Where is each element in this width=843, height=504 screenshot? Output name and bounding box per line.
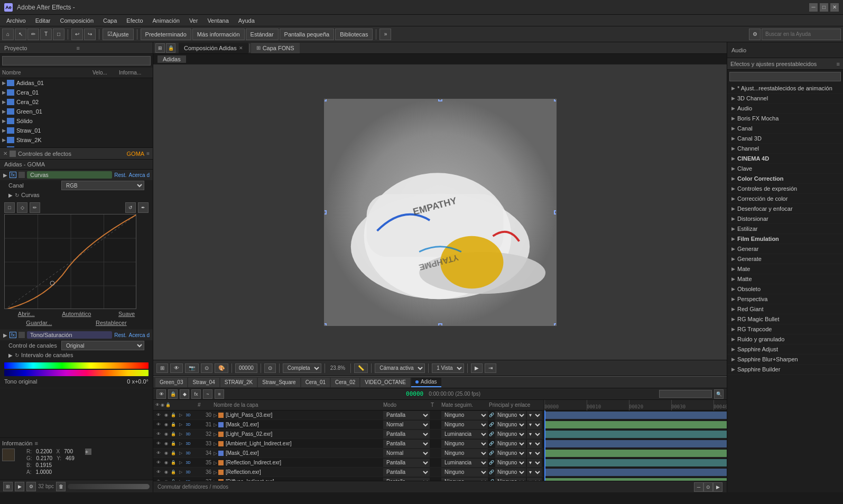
- tl-mate-select[interactable]: Ninguno: [441, 468, 488, 477]
- fx-curves-fx-badge[interactable]: fx: [10, 172, 16, 178]
- effects-category[interactable]: ▶ Ruido y granulado: [727, 334, 843, 344]
- tl-pe-select[interactable]: Ninguno: [495, 421, 526, 429]
- tl-lock-icon[interactable]: 🔒: [170, 422, 177, 428]
- effects-cat-item[interactable]: ▶ Channel: [727, 144, 843, 153]
- tl-mate-select[interactable]: Ninguno: [441, 411, 488, 419]
- tl-layer-row[interactable]: 👁 ◉ 🔒 ▷ 3D 31 ▷ [Mask_01.exr] Normal Ni: [153, 420, 544, 430]
- effects-category[interactable]: ▶ Color Correction: [727, 174, 843, 184]
- tl-layer-row[interactable]: 👁 ◉ 🔒 ▷ 3D 37 ▷ [Diffuse_Indirect.exr] P…: [153, 477, 544, 481]
- tl-pe-select[interactable]: Ninguno: [495, 449, 526, 458]
- project-item-straw_01[interactable]: ▶ Straw_01: [0, 126, 153, 135]
- timeline-tab-green-03[interactable]: Green_03: [155, 378, 187, 387]
- tl-pe-select[interactable]: Ninguno: [495, 459, 526, 467]
- effects-cat-item[interactable]: ▶ Canal 3D: [727, 134, 843, 143]
- project-item-cera_01[interactable]: ▶ Cera_01: [0, 88, 153, 97]
- effects-cat-item[interactable]: ▶ Audio: [727, 104, 843, 113]
- effects-search-input[interactable]: [729, 72, 841, 81]
- left-bottom-trash[interactable]: 🗑: [56, 482, 66, 491]
- effects-cat-item[interactable]: ▶ Generate: [727, 254, 843, 264]
- tl-expand-icon[interactable]: ▷: [214, 451, 217, 456]
- info-plus-icon[interactable]: +: [85, 449, 91, 455]
- tl-tool-lock[interactable]: 🔒: [168, 389, 178, 399]
- effects-category[interactable]: ▶ Obsoleto: [727, 284, 843, 294]
- comp-ctrl-snap[interactable]: ⊙: [264, 363, 276, 373]
- effects-category[interactable]: ▶ RG Trapcode: [727, 324, 843, 334]
- maximize-button[interactable]: □: [820, 3, 828, 12]
- fx-curve-reset-btn[interactable]: Restablecer: [96, 320, 127, 326]
- effects-cat-item[interactable]: ▶ CINEMA 4D: [727, 154, 843, 163]
- tl-lock-icon[interactable]: 🔒: [170, 431, 177, 437]
- project-item-green_01[interactable]: ▶ Green_01: [0, 107, 153, 116]
- help-search-input[interactable]: [762, 29, 841, 40]
- comp-ctrl-export[interactable]: ⇥: [485, 363, 496, 373]
- tl-layer-row[interactable]: 👁 ◉ 🔒 ▷ 3D 32 ▷ [Light_Pass_02.exr] Pant…: [153, 430, 544, 439]
- tl-tool-fx[interactable]: fx: [191, 389, 201, 399]
- fx-channel-ctrl-select[interactable]: Original: [61, 341, 144, 350]
- fx-curve-btn-pen[interactable]: ✒: [138, 202, 149, 213]
- tl-tool-quality[interactable]: ◆: [180, 389, 189, 399]
- tl-mode-select[interactable]: Normal: [383, 421, 430, 429]
- fx-curves-cycle-icon[interactable]: ↻: [15, 192, 19, 198]
- tl-collapse-icon[interactable]: ▷: [178, 460, 184, 466]
- tl-solo-icon[interactable]: ◉: [163, 450, 169, 456]
- project-menu-icon[interactable]: ≡: [77, 45, 149, 51]
- toolbar-ajuste[interactable]: ☑ Ajuste: [103, 29, 134, 40]
- effects-category[interactable]: ▶ Generar: [727, 244, 843, 254]
- comp-tab-lock[interactable]: 🔒: [166, 43, 175, 53]
- fx-channel-select[interactable]: RGB: [61, 181, 144, 190]
- handle-bottom-right[interactable]: [554, 323, 557, 326]
- menu-composicion[interactable]: Composición: [55, 15, 98, 26]
- effects-category[interactable]: ▶ RG Magic Bullet: [727, 314, 843, 324]
- tl-mate-select[interactable]: Ninguno: [441, 449, 488, 458]
- effects-cat-item[interactable]: ▶ Controles de expresión: [727, 184, 843, 193]
- fx-channel-range-expand[interactable]: ▶: [8, 352, 13, 358]
- effects-category[interactable]: ▶ * Ajust...reestablecidos de animación: [727, 83, 843, 94]
- effects-cat-item[interactable]: ▶ Desenfocar y enfocar: [727, 204, 843, 213]
- fx-curves-expand-icon[interactable]: ▶: [8, 192, 13, 198]
- tl-eye-icon[interactable]: 👁: [155, 441, 162, 447]
- comp-ctrl-grid[interactable]: ⊞: [156, 363, 168, 373]
- tl-lock-icon[interactable]: 🔒: [170, 412, 177, 418]
- effects-cat-item[interactable]: ▶ Sapphire Builder: [727, 365, 843, 374]
- effects-category[interactable]: ▶ Red Giant: [727, 304, 843, 314]
- tl-solo-icon[interactable]: ◉: [163, 431, 169, 437]
- tl-pe-select2[interactable]: ▾: [527, 411, 542, 419]
- menu-ayuda[interactable]: Ayuda: [234, 15, 259, 26]
- toolbar-text[interactable]: T: [40, 29, 52, 40]
- menu-ventana[interactable]: Ventana: [203, 15, 233, 26]
- effects-cat-item[interactable]: ▶ Corrección de color: [727, 194, 843, 203]
- toolbar-home[interactable]: ⌂: [2, 29, 14, 40]
- tl-layer-row[interactable]: 👁 ◉ 🔒 ▷ 3D 34 ▷ [Mask_01.exr] Normal Ni: [153, 449, 544, 458]
- tl-mode-select[interactable]: Pantalla: [383, 430, 430, 438]
- tl-eye-icon[interactable]: 👁: [155, 412, 162, 418]
- effects-category[interactable]: ▶ Controles de expresión: [727, 184, 843, 194]
- tl-mode-select[interactable]: Normal: [383, 449, 430, 458]
- tl-layer-row[interactable]: 👁 ◉ 🔒 ▷ 3D 30 ▷ [Light_Pass_03.exr] Pant…: [153, 410, 544, 420]
- fx-tono-reset[interactable]: Rest.: [114, 332, 126, 338]
- effects-cat-item[interactable]: ▶ Sapphire Adjust: [727, 344, 843, 354]
- fx-curves-toggle[interactable]: ▶: [3, 172, 7, 178]
- handle-top-right[interactable]: [554, 99, 557, 101]
- tl-collapse-icon[interactable]: ▷: [178, 422, 184, 428]
- timeline-tab-straw-2k[interactable]: STRAW_2K: [220, 378, 257, 387]
- effects-cat-item[interactable]: ▶ RG Trapcode: [727, 324, 843, 334]
- tl-3d-icon[interactable]: 3D: [185, 450, 191, 456]
- tl-mode-select[interactable]: Pantalla: [383, 468, 430, 477]
- project-item-cera_02[interactable]: ▶ Cera_02: [0, 97, 153, 107]
- comp-camera-select[interactable]: Cámara activa: [375, 363, 425, 373]
- project-item-straw_2k[interactable]: ▶ Straw_2K: [0, 135, 153, 145]
- tl-track-bar[interactable]: [544, 459, 727, 466]
- handle-mid-left[interactable]: [324, 210, 327, 214]
- comp-quality-select[interactable]: Completa: [283, 363, 321, 373]
- comp-ctrl-camera[interactable]: 📷: [185, 363, 199, 373]
- tl-mate-select[interactable]: Ninguno: [441, 440, 488, 448]
- tl-expand-icon[interactable]: ▷: [214, 413, 217, 418]
- timeline-tab-cera-01[interactable]: Cera_01: [301, 378, 330, 387]
- tl-expand-icon[interactable]: ▷: [214, 441, 217, 446]
- comp-tab-adidas-close[interactable]: ✕: [239, 45, 243, 51]
- fx-curve-auto-btn[interactable]: Automático: [62, 311, 91, 317]
- comp-ctrl-time-icon[interactable]: ⊙: [201, 363, 212, 373]
- tl-3d-icon[interactable]: 3D: [185, 422, 191, 428]
- status-btn3[interactable]: ▶: [713, 482, 722, 492]
- comp-tab-adidas[interactable]: Composición Adidas ✕: [179, 43, 248, 53]
